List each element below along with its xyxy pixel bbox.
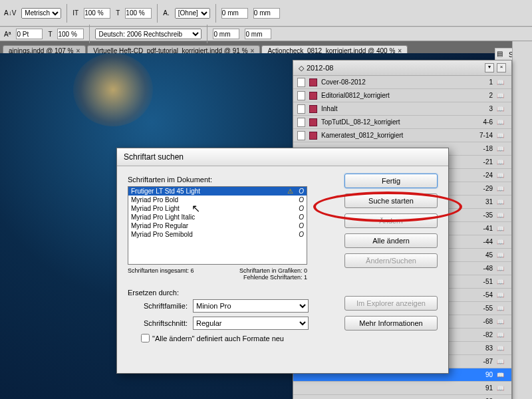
t-input[interactable] <box>125 8 152 19</box>
font-type-icon: O <box>295 196 304 203</box>
page-range: -24 <box>474 172 493 179</box>
page-range: -21 <box>474 158 493 166</box>
para-style-select[interactable]: [Ohne] <box>175 8 210 19</box>
spread-icon <box>497 318 507 326</box>
indd-icon <box>309 105 317 113</box>
page-range: 83 <box>474 344 493 352</box>
it-input[interactable] <box>84 8 110 19</box>
spread-icon <box>497 251 507 259</box>
doc-icon <box>297 78 305 87</box>
spread-icon <box>497 371 507 379</box>
dialog-title: Schriftart suchen <box>117 148 448 166</box>
book-panel-header[interactable]: ◇ 2012-08 ▾ × <box>293 61 511 76</box>
font-name: Frutiger LT Std 45 Light <box>131 188 287 195</box>
font-list-item[interactable]: Myriad Pro Light ItalicO <box>128 213 307 221</box>
font-name: Myriad Pro Light Italic <box>131 213 295 221</box>
font-name: Myriad Pro Regular <box>131 222 295 229</box>
book-document-row[interactable]: Kameratest_0812_korrigiert7-14 <box>293 129 511 142</box>
spread-icon <box>497 225 507 233</box>
doc-icon <box>297 91 305 100</box>
font-name: Myriad Pro Light <box>131 205 295 212</box>
page-range: 90 <box>474 371 493 378</box>
font-list-item[interactable]: Frutiger LT Std 45 Light⚠O <box>128 187 307 196</box>
av-icon: A↓V <box>4 9 16 17</box>
spread-icon <box>497 211 507 219</box>
font-list-item[interactable]: Myriad Pro BoldO <box>128 196 307 204</box>
doc-name: Inhalt <box>321 105 470 112</box>
font-style-select[interactable]: Regular <box>193 317 309 330</box>
redefine-styles-label: "Alle ändern" definiert auch Formate neu <box>152 334 284 342</box>
book-document-row[interactable]: -93 <box>293 395 511 399</box>
spread-icon <box>497 92 507 100</box>
doc-icon <box>297 131 305 140</box>
page-range: 91 <box>474 384 493 392</box>
font-list-item[interactable]: Myriad Pro RegularO <box>128 221 307 230</box>
font-list-item[interactable]: Myriad Pro SemiboldO <box>128 230 307 239</box>
spread-icon <box>497 105 507 113</box>
mm-input-2[interactable] <box>253 8 280 19</box>
font-family-select[interactable]: Minion Pro <box>193 299 309 313</box>
baseline-input[interactable] <box>16 29 43 39</box>
font-name: Myriad Pro Bold <box>131 196 295 203</box>
font-type-icon: O <box>295 222 304 229</box>
page-range: 45 <box>474 251 493 259</box>
reveal-button[interactable]: Im Explorer anzeigen <box>344 296 438 311</box>
page-range: 7-14 <box>474 132 493 139</box>
page-range: -18 <box>474 145 493 152</box>
spread-icon <box>497 78 507 86</box>
doc-name: Kameratest_0812_korrigiert <box>321 132 470 139</box>
indd-icon <box>309 132 317 140</box>
panel-close-icon[interactable]: × <box>497 63 506 72</box>
spread-icon <box>497 305 507 313</box>
book-document-row[interactable]: Editorial0812_korrigiert2 <box>293 89 511 102</box>
warning-icon: ⚠ <box>287 188 293 195</box>
doc-name: TopTutDL_08-12_korrigiert <box>321 118 470 126</box>
doc-name: Editorial0812_korrigiert <box>321 92 470 99</box>
spread-icon <box>497 344 507 352</box>
page-range: -35 <box>474 211 493 219</box>
sync-icon: ◇ <box>299 64 304 72</box>
spread-icon <box>497 265 507 273</box>
fonts-graphics-label: Schriftarten in Grafiken: 0 <box>221 267 307 274</box>
panel-menu-icon[interactable]: ▾ <box>485 63 494 72</box>
indd-icon <box>309 118 317 126</box>
start-search-button[interactable]: Suche starten <box>344 194 438 208</box>
book-document-row[interactable]: TopTutDL_08-12_korrigiert4-6 <box>293 116 511 129</box>
spread-icon <box>497 291 507 299</box>
indd-icon <box>309 78 317 86</box>
font-type-icon: O <box>295 231 304 238</box>
page-range: -54 <box>474 291 493 299</box>
change-button[interactable]: Ändern <box>344 213 438 228</box>
page-range: 3 <box>474 105 493 112</box>
redefine-styles-checkbox[interactable] <box>141 334 150 342</box>
spread-icon <box>497 358 507 366</box>
font-list-item[interactable]: Myriad Pro LightO <box>128 204 307 213</box>
font-style-label: Schriftschnitt: <box>128 319 188 327</box>
font-name: Myriad Pro Semibold <box>131 231 295 238</box>
spread-icon <box>497 238 507 246</box>
lang-select[interactable]: Deutsch: 2006 Rechtschreib <box>95 29 201 39</box>
doc-icon <box>297 104 305 114</box>
change-find-button[interactable]: Ändern/Suchen <box>344 253 438 268</box>
page-range: 4-6 <box>474 118 493 126</box>
book-document-row[interactable]: 91 <box>293 382 511 395</box>
page-range: -55 <box>474 305 493 312</box>
mm-input-3[interactable] <box>213 29 239 39</box>
page-range: -87 <box>474 358 493 365</box>
font-list[interactable]: Frutiger LT Std 45 Light⚠OMyriad Pro Bol… <box>128 186 307 265</box>
spread-icon <box>497 145 507 153</box>
more-info-button[interactable]: Mehr Informationen <box>344 316 438 331</box>
doc-name: Cover-08-2012 <box>321 78 470 86</box>
metric-select[interactable]: Metrisch <box>21 8 61 19</box>
book-document-row[interactable]: Inhalt3 <box>293 102 511 116</box>
done-button[interactable]: Fertig <box>344 174 438 188</box>
change-all-button[interactable]: Alle ändern <box>344 233 438 248</box>
page-range: -51 <box>474 278 493 285</box>
spread-icon <box>497 331 507 339</box>
t2-input[interactable] <box>57 29 84 39</box>
spread-icon <box>497 172 507 180</box>
page-range: -29 <box>474 185 493 192</box>
mm-input-1[interactable] <box>221 8 248 19</box>
book-document-row[interactable]: Cover-08-20121 <box>293 76 511 89</box>
mm-input-4[interactable] <box>245 29 271 39</box>
